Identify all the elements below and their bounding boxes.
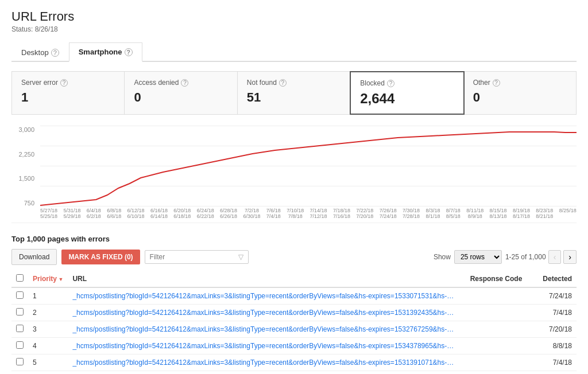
mark-fixed-button[interactable]: MARK AS FIXED (0) (61, 250, 140, 264)
row-url[interactable]: _hcms/postlisting?blogId=542126412&maxLi… (68, 287, 462, 305)
table-row: 5 _hcms/postlisting?blogId=542126412&max… (11, 354, 577, 371)
access-denied-value: 0 (134, 90, 227, 105)
x-label-pair: 7/14/187/12/18 (310, 208, 327, 219)
x-label-pair: 6/8/186/6/18 (107, 208, 121, 219)
x-label-pair: 5/31/185/29/18 (63, 208, 80, 219)
desktop-help-icon[interactable]: ? (51, 49, 59, 57)
blocked-value: 2,644 (360, 91, 454, 107)
server-error-help-icon[interactable]: ? (60, 79, 68, 87)
x-label-pair: 8/19/188/17/18 (513, 208, 530, 219)
x-label-pair: 8/15/188/13/18 (490, 208, 507, 219)
x-label-pair: 7/22/187/20/18 (356, 208, 373, 219)
table-row: 3 _hcms/postlisting?blogId=542126412&max… (11, 321, 577, 338)
x-label-pair: 7/18/187/16/18 (333, 208, 350, 219)
row-detected: 7/4/18 (531, 354, 577, 371)
row-checkbox-cell (11, 338, 28, 354)
pagination: 1-25 of 1,000 ‹ › (505, 250, 577, 264)
y-label-2: 2,250 (11, 151, 34, 158)
metric-blocked[interactable]: Blocked ? 2,644 (350, 71, 464, 115)
row-response-code (462, 321, 531, 338)
row-response-code (462, 338, 531, 354)
access-denied-help-icon[interactable]: ? (181, 79, 188, 87)
y-label-3: 3,000 (11, 126, 34, 133)
row-checkbox-cell (11, 371, 28, 375)
not-found-value: 51 (247, 90, 341, 105)
x-label-pair: 8/23/188/21/18 (536, 208, 553, 219)
filter-icon: ▽ (238, 253, 243, 261)
filter-input[interactable] (150, 253, 236, 261)
rows-select[interactable]: 25 rows 50 rows 100 rows (454, 250, 502, 264)
row-detected: 7/24/18 (531, 287, 577, 305)
chart-container: 750 1,500 2,250 3,000 5/27/185/25/18 5/3… (11, 126, 577, 218)
metric-server-error[interactable]: Server error ? 1 (12, 72, 125, 114)
other-help-icon[interactable]: ? (493, 79, 500, 87)
filter-input-wrap: ▽ (145, 250, 249, 264)
not-found-help-icon[interactable]: ? (279, 79, 287, 87)
table-row: 2 _hcms/postlisting?blogId=542126412&max… (11, 305, 577, 321)
row-url[interactable]: _hcms/postlisting?blogId=542126412&maxLi… (68, 321, 462, 338)
download-button[interactable]: Download (11, 249, 57, 265)
header-checkbox (11, 271, 28, 287)
pagination-text: 1-25 of 1,000 (505, 253, 546, 261)
row-priority: 5 (28, 354, 68, 371)
x-label-pair: 6/24/186/22/18 (197, 208, 214, 219)
row-checkbox-cell (11, 305, 28, 321)
metric-other[interactable]: Other ? 0 (464, 72, 576, 114)
row-detected: 8/9/18 (531, 371, 577, 375)
row-detected: 8/8/18 (531, 338, 577, 354)
x-axis-labels: 5/27/185/25/18 5/31/185/29/18 6/4/186/2/… (40, 208, 577, 219)
x-label-pair: 7/6/187/4/18 (266, 208, 281, 219)
show-rows: Show 25 rows 50 rows 100 rows 1-25 of 1,… (434, 250, 577, 264)
show-label: Show (434, 253, 451, 261)
chart-area: 750 1,500 2,250 3,000 5/27/185/25/18 5/3… (11, 126, 577, 223)
row-url[interactable]: _hcms/postlisting?blogId=542126412&maxLi… (68, 354, 462, 371)
select-all-checkbox[interactable] (16, 274, 24, 282)
page-title: URL Errors (11, 9, 577, 24)
smartphone-help-icon[interactable]: ? (125, 48, 133, 56)
row-url[interactable]: _hcms/postlisting?blogId=542126412&maxLi… (68, 305, 462, 321)
x-label-pair: 7/26/187/24/18 (380, 208, 397, 219)
tab-desktop[interactable]: Desktop ? (11, 42, 69, 62)
row-checkbox[interactable] (16, 291, 24, 299)
section-title: Top 1,000 pages with errors (11, 235, 577, 243)
x-label-pair: 6/16/186/14/18 (150, 208, 168, 219)
x-label-pair: 8/25/18 (559, 208, 577, 219)
server-error-value: 1 (21, 90, 115, 105)
chart-inner (40, 126, 577, 207)
tab-smartphone[interactable]: Smartphone ? (69, 42, 142, 62)
line-chart-svg (40, 126, 577, 207)
x-label-pair: 6/20/186/18/18 (173, 208, 191, 219)
row-response-code (462, 371, 531, 375)
table-row: 1 _hcms/postlisting?blogId=542126412&max… (11, 287, 577, 305)
errors-table: Priority URL Response Code Detected 1 _h… (11, 271, 577, 374)
row-url[interactable]: _hcms/postlisting?blogId=542126412&maxLi… (68, 371, 462, 375)
toolbar: Download MARK AS FIXED (0) ▽ Show 25 row… (11, 249, 577, 265)
x-label-pair: 6/28/186/26/18 (220, 208, 237, 219)
tabs-container: Desktop ? Smartphone ? (11, 42, 577, 62)
row-checkbox[interactable] (16, 325, 24, 332)
row-checkbox[interactable] (16, 341, 24, 349)
x-label-pair: 8/3/188/1/18 (425, 208, 440, 219)
table-row: 6 _hcms/postlisting?blogId=542126412&max… (11, 371, 577, 375)
next-page-button[interactable]: › (563, 250, 577, 264)
blocked-help-icon[interactable]: ? (387, 80, 394, 87)
x-label-pair: 7/2/186/30/18 (243, 208, 260, 219)
y-axis: 750 1,500 2,250 3,000 (11, 126, 34, 207)
x-label-pair: 7/30/187/28/18 (403, 208, 420, 219)
metric-not-found[interactable]: Not found ? 51 (238, 72, 350, 114)
row-priority: 4 (28, 338, 68, 354)
row-checkbox[interactable] (16, 308, 24, 315)
prev-page-button[interactable]: ‹ (548, 250, 562, 264)
row-response-code (462, 305, 531, 321)
y-label-1: 1,500 (11, 175, 34, 182)
header-priority[interactable]: Priority (28, 271, 68, 287)
metric-access-denied[interactable]: Access denied ? 0 (125, 72, 237, 114)
x-label-pair: 5/27/185/25/18 (40, 208, 57, 219)
row-detected: 7/20/18 (531, 321, 577, 338)
row-url[interactable]: _hcms/postlisting?blogId=542126412&maxLi… (68, 338, 462, 354)
row-checkbox-cell (11, 321, 28, 338)
row-priority: 2 (28, 305, 68, 321)
row-checkbox[interactable] (16, 358, 24, 365)
row-detected: 7/4/18 (531, 305, 577, 321)
x-label-pair: 6/4/186/2/18 (87, 208, 101, 219)
